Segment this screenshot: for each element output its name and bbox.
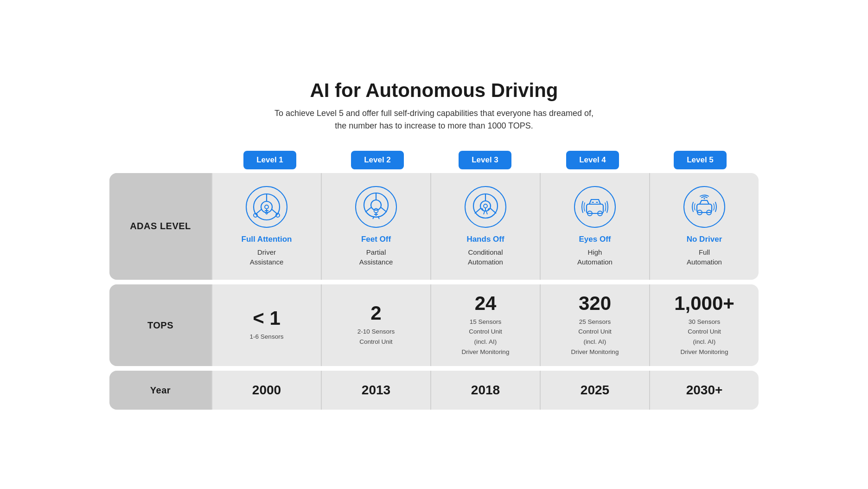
level-badge-2: Level 2 (324, 151, 431, 169)
svg-line-25 (475, 208, 481, 213)
page-header: AI for Autonomous Driving To achieve Lev… (109, 79, 759, 132)
adas-title-5: No Driver (687, 234, 722, 244)
car-autonomous-icon (689, 192, 719, 222)
level-labels-empty (114, 151, 216, 169)
year-number-3: 2018 (471, 383, 500, 398)
year-number-5: 2030+ (686, 383, 723, 398)
year-row-label: Year (109, 371, 211, 410)
adas-cell-1: Full Attention DriverAssistance (211, 173, 321, 280)
page-container: AI for Autonomous Driving To achieve Lev… (109, 79, 759, 410)
year-number-2: 2013 (362, 383, 390, 398)
adas-subtitle-4: HighAutomation (577, 247, 613, 267)
tops-detail-2: 2-10 SensorsControl Unit (357, 327, 395, 347)
level-badge-1: Level 1 (216, 151, 324, 169)
tops-number-1: < 1 (253, 309, 281, 328)
icon-circle-4 (574, 186, 616, 228)
tops-cell-1: < 1 1-6 Sensors (211, 284, 321, 366)
svg-line-32 (486, 212, 487, 214)
svg-rect-33 (587, 204, 603, 213)
tops-cell-5: 1,000+ 30 SensorsControl Unit(incl. AI)D… (649, 284, 759, 366)
tops-cell-4: 320 25 SensorsControl Unit(incl. AI)Driv… (540, 284, 649, 366)
tops-number-5: 1,000+ (674, 294, 734, 313)
steering-person-icon (361, 192, 391, 222)
page-title: AI for Autonomous Driving (109, 79, 759, 102)
svg-line-15 (365, 207, 371, 212)
svg-line-26 (491, 208, 497, 213)
adas-row: ADAS LEVEL (109, 173, 759, 280)
adas-cell-3: Hands Off ConditionalAutomation (430, 173, 540, 280)
svg-rect-38 (697, 204, 712, 212)
adas-title-3: Hands Off (466, 234, 504, 244)
tops-detail-1: 1-6 Sensors (250, 332, 284, 342)
adas-cell-5: No Driver FullAutomation (649, 173, 759, 280)
svg-line-16 (381, 207, 387, 212)
adas-title-4: Eyes Off (579, 234, 611, 244)
tops-row: TOPS < 1 1-6 Sensors 2 2-10 SensorsContr… (109, 284, 759, 366)
steering-nohands-icon (471, 192, 500, 222)
adas-subtitle-5: FullAutomation (687, 247, 722, 267)
level-badge-3: Level 3 (431, 151, 539, 169)
tops-detail-4: 25 SensorsControl Unit(incl. AI)Driver M… (571, 317, 619, 357)
svg-point-27 (484, 204, 487, 208)
year-row: Year 2000 2013 2018 2025 2030+ (109, 371, 759, 410)
adas-subtitle-1: DriverAssistance (250, 247, 284, 267)
year-cell-5: 2030+ (649, 371, 759, 410)
tops-detail-3: 15 SensorsControl Unit(incl. AI)Driver M… (462, 317, 510, 357)
level-badge-5: Level 5 (646, 151, 754, 169)
tops-row-label: TOPS (109, 284, 211, 366)
year-cell-1: 2000 (211, 371, 321, 410)
adas-cell-4: Eyes Off HighAutomation (540, 173, 649, 280)
level-badge-4: Level 4 (539, 151, 646, 169)
year-number-1: 2000 (252, 383, 281, 398)
adas-subtitle-2: PartialAssistance (359, 247, 393, 267)
main-grid: ADAS LEVEL (109, 173, 759, 410)
tops-detail-5: 30 SensorsControl Unit(incl. AI)Driver M… (681, 317, 728, 357)
adas-title-2: Feet Off (361, 234, 391, 244)
car-sensors-icon (580, 192, 610, 222)
adas-subtitle-3: ConditionalAutomation (468, 247, 503, 267)
year-cell-4: 2025 (540, 371, 649, 410)
adas-title-1: Full Attention (242, 234, 292, 244)
icon-circle-1 (246, 186, 287, 228)
svg-line-31 (484, 212, 485, 214)
adas-cell-2: Feet Off PartialAssistance (321, 173, 430, 280)
page-subtitle: To achieve Level 5 and offer full self-d… (109, 107, 759, 132)
svg-point-41 (704, 198, 705, 199)
year-cell-3: 2018 (430, 371, 540, 410)
tops-cell-3: 24 15 SensorsControl Unit(incl. AI)Drive… (430, 284, 540, 366)
icon-circle-3 (465, 186, 506, 228)
icon-circle-2 (355, 186, 397, 228)
svg-point-7 (265, 205, 268, 209)
level-labels-row: Level 1 Level 2 Level 3 Level 4 Level 5 (109, 151, 759, 169)
tops-number-3: 24 (475, 294, 497, 313)
tops-cell-2: 2 2-10 SensorsControl Unit (321, 284, 430, 366)
tops-number-4: 320 (579, 294, 611, 313)
tops-number-2: 2 (370, 303, 381, 323)
icon-circle-5 (683, 186, 725, 228)
adas-row-label: ADAS LEVEL (109, 173, 211, 280)
year-number-4: 2025 (581, 383, 609, 398)
steering-hands-icon (252, 192, 281, 222)
year-cell-2: 2013 (321, 371, 430, 410)
